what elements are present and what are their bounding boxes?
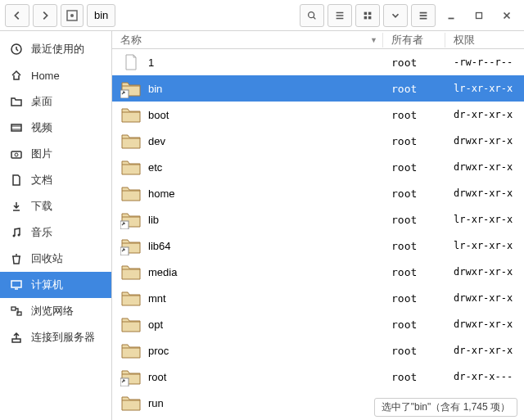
svg-point-13 xyxy=(18,234,20,237)
file-owner: root xyxy=(383,292,445,305)
menu-button[interactable] xyxy=(411,4,436,27)
file-permissions: -rw-r--r-- xyxy=(445,56,524,68)
file-permissions: lr-xr-xr-x xyxy=(445,240,524,251)
sidebar-item-doc[interactable]: 文档 xyxy=(0,167,111,193)
file-owner: root xyxy=(383,187,445,200)
file-name: lib xyxy=(148,214,159,226)
folder-icon xyxy=(120,78,142,99)
view-list-button[interactable] xyxy=(328,4,352,27)
search-button[interactable] xyxy=(300,4,324,27)
file-owner: root xyxy=(383,83,445,95)
file-name: bin xyxy=(148,83,162,95)
file-icon xyxy=(120,52,142,73)
file-list: 1root-rw-r--r--binrootlr-xr-xr-xbootroot… xyxy=(112,49,524,420)
sidebar-item-computer[interactable]: 计算机 xyxy=(0,272,111,298)
view-dropdown-button[interactable] xyxy=(383,4,408,27)
file-owner: root xyxy=(383,371,445,383)
path-root-button[interactable] xyxy=(61,4,84,27)
table-row[interactable]: bootrootdr-xr-xr-x xyxy=(112,102,524,128)
home-icon xyxy=(10,69,23,82)
back-button[interactable] xyxy=(5,4,29,27)
file-owner: root xyxy=(383,214,445,226)
sidebar-item-label: 连接到服务器 xyxy=(31,330,95,345)
folder-icon xyxy=(120,287,142,309)
sidebar-item-label: 回收站 xyxy=(31,251,63,266)
sidebar-item-trash[interactable]: 回收站 xyxy=(0,246,111,272)
file-owner: root xyxy=(383,318,445,331)
svg-rect-14 xyxy=(11,281,21,287)
sidebar-item-download[interactable]: 下载 xyxy=(0,193,111,219)
file-permissions: drwxr-xr-x xyxy=(445,266,524,278)
file-owner: root xyxy=(383,266,445,278)
folder-icon xyxy=(120,130,142,151)
file-permissions: drwxr-xr-x xyxy=(445,135,524,147)
svg-point-1 xyxy=(70,14,74,17)
table-row[interactable]: devrootdrwxr-xr-x xyxy=(112,128,524,154)
table-row[interactable]: binrootlr-xr-xr-x xyxy=(112,75,524,102)
svg-point-12 xyxy=(13,235,16,237)
table-row[interactable]: procrootdr-xr-xr-x xyxy=(112,337,524,364)
sidebar-item-clock[interactable]: 最近使用的 xyxy=(0,36,111,62)
svg-point-11 xyxy=(15,153,18,156)
table-row[interactable]: etcrootdrwxr-xr-x xyxy=(112,154,524,180)
column-name[interactable]: 名称▼ xyxy=(112,33,383,47)
svg-rect-10 xyxy=(11,151,21,158)
sidebar-item-label: 浏览网络 xyxy=(31,304,74,318)
path-segment-bin[interactable]: bin xyxy=(87,4,115,27)
file-name: etc xyxy=(148,161,162,174)
toolbar: bin xyxy=(0,0,524,31)
folder-icon xyxy=(120,340,142,361)
folder-icon xyxy=(120,156,142,178)
file-owner: root xyxy=(383,109,445,121)
table-row[interactable]: 1root-rw-r--r-- xyxy=(112,49,524,75)
sidebar-item-music[interactable]: 音乐 xyxy=(0,219,111,246)
file-permissions: dr-xr-xr-x xyxy=(445,345,524,356)
folder-icon xyxy=(120,235,142,256)
close-button[interactable] xyxy=(495,4,519,27)
maximize-button[interactable] xyxy=(467,4,491,27)
sidebar-item-video[interactable]: 视频 xyxy=(0,115,111,141)
file-name: proc xyxy=(148,345,169,357)
sidebar-item-home[interactable]: Home xyxy=(0,62,111,88)
sidebar-item-label: 音乐 xyxy=(31,225,52,240)
sidebar-item-network[interactable]: 浏览网络 xyxy=(0,298,111,324)
file-name: 1 xyxy=(148,56,154,69)
folder-icon xyxy=(10,95,23,108)
file-name: dev xyxy=(148,135,165,147)
folder-icon xyxy=(120,183,142,204)
view-grid-button[interactable] xyxy=(355,4,380,27)
forward-button[interactable] xyxy=(33,4,57,27)
svg-rect-5 xyxy=(364,16,368,19)
sidebar-item-label: 桌面 xyxy=(31,94,52,109)
column-permissions[interactable]: 权限 xyxy=(445,33,524,47)
file-owner: root xyxy=(383,345,445,357)
svg-rect-9 xyxy=(11,124,21,131)
file-owner: root xyxy=(383,240,445,252)
file-owner: root xyxy=(383,56,445,69)
file-name: home xyxy=(148,187,175,200)
file-owner: root xyxy=(383,161,445,174)
trash-icon xyxy=(10,252,23,265)
minimize-button[interactable] xyxy=(439,4,463,27)
folder-icon xyxy=(120,261,142,282)
table-row[interactable]: homerootdrwxr-xr-x xyxy=(112,180,524,206)
file-name: lib64 xyxy=(148,240,170,252)
table-row[interactable]: librootlr-xr-xr-x xyxy=(112,206,524,233)
svg-rect-6 xyxy=(368,16,372,19)
sidebar-item-label: 计算机 xyxy=(31,278,63,292)
sidebar-item-folder[interactable]: 桌面 xyxy=(0,88,111,115)
table-row[interactable]: mediarootdrwxr-xr-x xyxy=(112,259,524,285)
table-row[interactable]: lib64rootlr-xr-xr-x xyxy=(112,233,524,259)
svg-point-2 xyxy=(309,11,314,17)
table-row[interactable]: mntrootdrwxr-xr-x xyxy=(112,285,524,311)
sidebar-item-label: 下载 xyxy=(31,199,52,214)
table-row[interactable]: optrootdrwxr-xr-x xyxy=(112,311,524,337)
column-owner[interactable]: 所有者 xyxy=(383,33,445,47)
music-icon xyxy=(10,226,23,239)
svg-rect-3 xyxy=(364,11,368,15)
sidebar-item-server[interactable]: 连接到服务器 xyxy=(0,324,111,350)
table-row[interactable]: rootrootdr-xr-x--- xyxy=(112,364,524,390)
doc-icon xyxy=(10,174,23,187)
file-owner: root xyxy=(383,135,445,147)
sidebar-item-camera[interactable]: 图片 xyxy=(0,141,111,167)
